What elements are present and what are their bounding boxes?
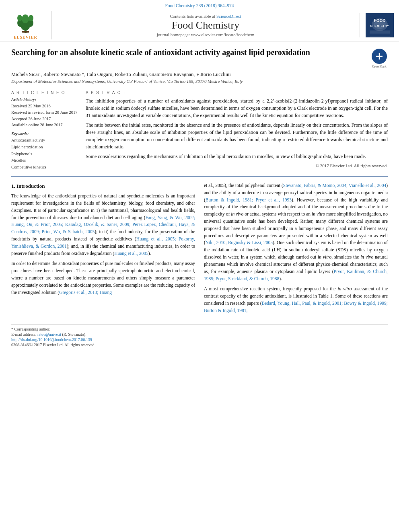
- article-info-header: A R T I C L E I N F O: [11, 90, 78, 95]
- svg-rect-7: [22, 31, 29, 33]
- abstract-para-2: The ratio between the initial rates, mon…: [86, 121, 388, 150]
- svg-point-5: [17, 15, 22, 21]
- ref-link-5[interactable]: Stevanato, Fabris, & Momo, 2004; Vianell…: [283, 183, 386, 188]
- body-para-2: In order to determine the antioxidant pr…: [11, 260, 195, 296]
- ref-link-4[interactable]: Gregoris et al., 2013; Huang: [59, 290, 112, 295]
- journal-homepage: journal homepage: www.elsevier.com/locat…: [58, 32, 353, 37]
- ref-link-2[interactable]: Huang et al., 2005; Pokorny, Yanishlieva…: [11, 236, 195, 249]
- article-history: Article history: Received 25 May 2016 Re…: [11, 97, 78, 128]
- email-link[interactable]: rstev@unive.it: [37, 332, 61, 337]
- body-col-left: 1. Introduction The knowledge of the ant…: [11, 182, 195, 318]
- authors-line: Michela Sicari, Roberto Stevanato *, Ita…: [11, 72, 388, 78]
- elsevier-tree-icon: [12, 11, 39, 34]
- doi-link[interactable]: http://dx.doi.org/10.1016/j.foodchem.201…: [11, 337, 92, 342]
- abstract-header: A B S T R A C T: [86, 90, 388, 95]
- food-chemistry-logo-icon: FOOD CHEMISTRY: [366, 13, 394, 37]
- journal-header-center: Contents lists available at ScienceDirec…: [51, 12, 360, 39]
- body-para-3: et al., 2005), the total polyphenol cont…: [204, 182, 388, 282]
- research-word: research: [230, 301, 245, 306]
- section-1-label: Introduction: [16, 183, 45, 189]
- copyright-line: © 2017 Elsevier Ltd. All rights reserved…: [86, 163, 388, 168]
- article-main: Searching for an absolute kinetic scale …: [0, 41, 399, 352]
- section-1-title: 1. Introduction: [11, 182, 195, 190]
- body-col-right: et al., 2005), the total polyphenol cont…: [204, 182, 388, 318]
- body-para-1: The knowledge of the antioxidant propert…: [11, 193, 195, 257]
- keyword-5: Competitive kinetics: [11, 164, 78, 171]
- ref-link-7[interactable]: Niki, 2010; Roginsky & Lissi, 2005: [206, 240, 273, 245]
- food-chemistry-logo-block: FOOD CHEMISTRY: [360, 13, 396, 37]
- affiliation-line: Department of Molecular Sciences and Nan…: [11, 79, 388, 84]
- svg-point-4: [22, 14, 29, 23]
- corresponding-note: * Corresponding author.: [11, 327, 388, 331]
- article-title-row: Searching for an absolute kinetic scale …: [11, 47, 388, 68]
- available-date: Available online 28 June 2017: [11, 122, 78, 128]
- journal-header: ELSEVIER Contents lists available at Sci…: [0, 9, 399, 41]
- article-footer: * Corresponding author. E-mail address: …: [11, 324, 388, 347]
- issn-line: 0308-8146/© 2017 Elsevier Ltd. All right…: [11, 343, 388, 347]
- body-para-4: A most comprehensive reaction system, fr…: [204, 286, 388, 314]
- ref-link-8[interactable]: Pryor, Kaufman, & Church, 1985; Pryor, S…: [204, 269, 388, 281]
- abstract-para-3: Some considerations regarding the mechan…: [86, 153, 388, 160]
- elsevier-logo-block: ELSEVIER: [3, 11, 51, 39]
- journal-top-citation: Food Chemistry 239 (2018) 964–974: [0, 0, 399, 9]
- keyword-3: Polyphenols: [11, 151, 78, 158]
- revised-date: Received in revised form 20 June 2017: [11, 109, 78, 116]
- sciencedirect-line: Contents lists available at ScienceDirec…: [58, 14, 353, 18]
- keyword-4: Micelles: [11, 157, 78, 164]
- abstract-col: A B S T R A C T The inhibition propertie…: [86, 90, 388, 171]
- accepted-date: Accepted 26 June 2017: [11, 116, 78, 122]
- keywords-section: Keywords: Antioxidant activity Lipid per…: [11, 131, 78, 171]
- received-date: Received 25 May 2016: [11, 103, 78, 109]
- divider-1: [11, 87, 388, 87]
- crossmark-icon: [372, 49, 387, 64]
- email-line: E-mail address: rstev@unive.it (R. Steva…: [11, 332, 388, 337]
- svg-text:CHEMISTRY: CHEMISTRY: [370, 25, 389, 27]
- food-chemistry-logo: FOOD CHEMISTRY: [366, 13, 394, 37]
- svg-text:FOOD: FOOD: [374, 18, 385, 23]
- journal-name-heading: Food Chemistry: [58, 19, 353, 31]
- svg-point-6: [29, 15, 33, 21]
- article-title: Searching for an absolute kinetic scale …: [11, 47, 367, 58]
- crossmark-block: CrossMark: [371, 49, 388, 68]
- keywords-label: Keywords:: [11, 131, 78, 136]
- keyword-1: Antioxidant activity: [11, 137, 78, 144]
- ref-link-6[interactable]: Burton & Ingold, 1981; Pryor et al., 199…: [206, 197, 292, 202]
- ref-link-3[interactable]: Huang et al., 2005: [114, 251, 148, 256]
- history-label: Article history:: [11, 97, 78, 102]
- doi-line: http://dx.doi.org/10.1016/j.foodchem.201…: [11, 337, 388, 342]
- crossmark-svg: [373, 50, 386, 63]
- article-info-col: A R T I C L E I N F O Article history: R…: [11, 90, 78, 171]
- top-citation-text: Food Chemistry 239 (2018) 964–974: [165, 3, 234, 8]
- info-abstract-cols: A R T I C L E I N F O Article history: R…: [11, 90, 388, 171]
- ref-link-1[interactable]: Fang, Yang, & Wu, 2002; Huang, Ou, & Pri…: [11, 215, 195, 234]
- crossmark-label: CrossMark: [372, 65, 387, 68]
- body-divider: [11, 176, 388, 177]
- page: Food Chemistry 239 (2018) 964–974 ELS: [0, 0, 399, 532]
- keyword-2: Lipid peroxidation: [11, 144, 78, 151]
- abstract-para-1: The inhibition properties of a number of…: [86, 97, 388, 119]
- elsevier-wordmark: ELSEVIER: [14, 35, 37, 39]
- sciencedirect-link[interactable]: ScienceDirect: [216, 14, 241, 18]
- body-two-col: 1. Introduction The knowledge of the ant…: [11, 182, 388, 318]
- authors-text: Michela Sicari, Roberto Stevanato *, Ita…: [11, 72, 231, 77]
- elsevier-logo: ELSEVIER: [12, 11, 39, 39]
- section-1-number: 1.: [11, 183, 15, 189]
